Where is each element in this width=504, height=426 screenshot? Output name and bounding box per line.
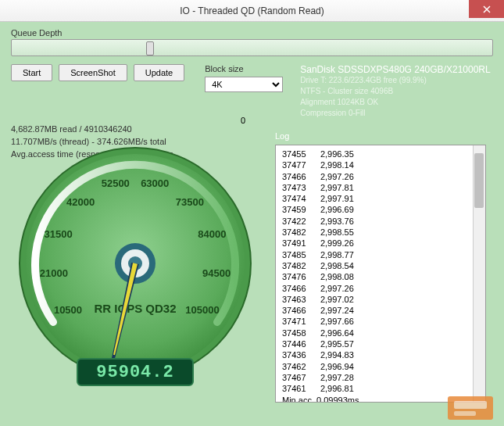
log-row: 37466 2,997.26: [282, 283, 479, 294]
scrollbar-thumb[interactable]: [474, 153, 484, 208]
log-row: 37477 2,998.14: [282, 159, 479, 170]
gauge-tick: 105000: [185, 304, 219, 316]
log-row: 37455 2,996.35: [282, 149, 479, 159]
log-row: 37462 2,996.94: [282, 361, 479, 372]
log-row: 37482 2,998.55: [282, 227, 479, 238]
screenshot-button[interactable]: ScreenShot: [59, 64, 127, 81]
gauge-tick: 21000: [40, 267, 68, 279]
window-title: IO - Threaded QD (Random Read): [180, 5, 324, 16]
log-box[interactable]: 37455 2,996.3537477 2,998.1437466 2,997.…: [275, 145, 486, 403]
gauge-tick: 63000: [141, 177, 169, 189]
titlebar: IO - Threaded QD (Random Read): [0, 0, 504, 22]
stat-line: 4,682.87MB read / 4910346240: [11, 124, 493, 136]
log-row: 37458 2,996.64: [282, 328, 479, 338]
gauge-tick: 73500: [176, 196, 204, 208]
gauge-tick: 84000: [198, 228, 226, 240]
gauge-tick: 94500: [202, 267, 231, 279]
log-row: 37463 2,997.02: [282, 294, 479, 305]
gauge-reading: 95904.2: [77, 358, 194, 386]
log-row: 37422 2,993.76: [282, 216, 479, 227]
log-row: 37473 2,997.81: [282, 182, 479, 193]
log-label: Log: [275, 131, 289, 141]
watermark-logo: [448, 396, 493, 420]
gauge-tick: 42000: [66, 196, 95, 208]
block-size-select[interactable]: 4K: [205, 77, 283, 92]
start-button[interactable]: Start: [11, 64, 52, 81]
device-line: Compression 0-Fill: [300, 108, 493, 119]
device-line: NTFS - Cluster size 4096B: [300, 86, 493, 97]
block-size-label: Block size: [205, 64, 283, 73]
queue-depth-slider[interactable]: [11, 39, 493, 56]
gauge-tick: 10500: [54, 304, 82, 316]
slider-thumb[interactable]: [146, 41, 154, 55]
queue-depth-label: Queue Depth: [11, 28, 493, 38]
log-row: 37485 2,998.77: [282, 249, 479, 260]
log-row: 37466 2,997.26: [282, 171, 479, 182]
device-info: SanDisk SDSSDXPS480G 240GB/X21000RL Driv…: [300, 64, 493, 119]
scrollbar[interactable]: [473, 145, 485, 402]
log-row: 37459 2,996.69: [282, 204, 479, 215]
gauge-tick: 31500: [45, 228, 73, 240]
log-row: 37482 2,998.54: [282, 260, 479, 271]
close-button[interactable]: [469, 0, 504, 18]
device-title: SanDisk SDSSDXPS480G 240GB/X21000RL: [300, 64, 493, 75]
log-row: 37491 2,999.26: [282, 238, 479, 249]
gauge-tick: 52500: [102, 177, 130, 189]
device-line: Alignment 1024KB OK: [300, 97, 493, 108]
log-row: 37476 2,998.08: [282, 271, 479, 282]
log-row: 37467 2,997.28: [282, 372, 479, 383]
log-row: 37436 2,994.83: [282, 349, 479, 360]
log-row: 37461 2,996.81: [282, 383, 479, 394]
gauge-label: RR IOPS QD32: [94, 302, 176, 315]
log-row: 37474 2,997.91: [282, 193, 479, 204]
log-row: 37446 2,995.57: [282, 338, 479, 349]
zero-value: 0: [241, 116, 245, 125]
log-row: 37466 2,997.24: [282, 305, 479, 316]
gauge: 1050021000315004200052500630007350084000…: [14, 142, 256, 408]
log-row: 37471 2,997.66: [282, 316, 479, 327]
device-line: Drive T: 223.6/223.4GB free (99.9%): [300, 75, 493, 86]
update-button[interactable]: Update: [134, 64, 184, 81]
